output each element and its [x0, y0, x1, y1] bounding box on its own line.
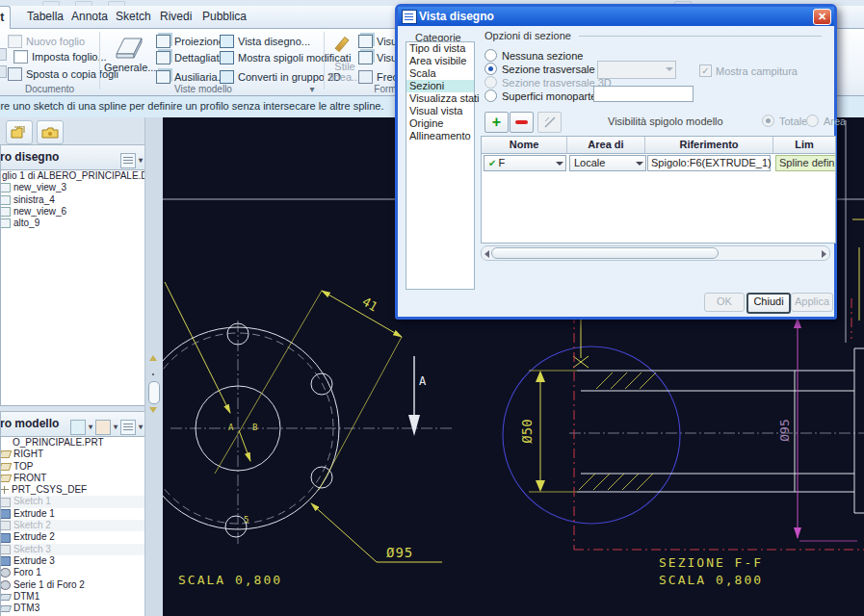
tab-sketch[interactable]: Sketch — [110, 6, 157, 27]
tree-item-csys[interactable]: PRT_CSYS_DEF — [1, 484, 145, 496]
tree-item-plane[interactable]: TOP — [1, 461, 145, 473]
scroll-right-icon[interactable] — [822, 250, 826, 258]
lim-field[interactable]: Spline defin — [775, 155, 836, 171]
section-name-dropdown[interactable]: ✔F — [484, 155, 566, 171]
tree-item-pattern[interactable]: Serie 1 di Foro 2 — [1, 579, 145, 591]
tree-item-view[interactable]: alto_9 — [1, 218, 145, 229]
category-area-visibile[interactable]: Area visibile — [406, 55, 474, 67]
radio-area[interactable]: Area — [806, 115, 846, 127]
ok-button[interactable]: OK — [704, 293, 745, 312]
model-display-icon[interactable] — [70, 420, 86, 435]
category-scala[interactable]: Scala — [406, 67, 474, 80]
radio-superfici-monoparte[interactable]: Superfici monoparte — [484, 90, 596, 102]
table-hscrollbar[interactable] — [481, 245, 830, 261]
tree-item-datum[interactable]: DTM3 — [1, 603, 145, 614]
tree-item-hole[interactable]: Foro 1 — [1, 567, 145, 578]
radio-icon[interactable] — [806, 115, 819, 127]
tree-item-view[interactable]: new_view_3 — [1, 182, 145, 193]
radio-icon[interactable] — [484, 49, 497, 62]
folder-browser-tab[interactable] — [6, 120, 33, 144]
applica-button[interactable]: Applica — [791, 293, 833, 312]
section-options-label: Opzioni di sezione — [484, 30, 571, 41]
nuovo-foglio-button[interactable]: Nuovo foglio — [8, 34, 85, 48]
chevron-down-icon[interactable]: ▾ — [139, 149, 143, 171]
hatch-button[interactable] — [537, 112, 562, 133]
radio-icon[interactable] — [762, 115, 774, 127]
tree-item-part[interactable]: O_PRINCIPALE.PRT — [1, 437, 145, 449]
category-visualizza-stati[interactable]: Visualizza stati — [406, 92, 474, 105]
scrollbar-thumb[interactable] — [491, 247, 719, 259]
scala-left-label: SCALA 0,800 — [178, 573, 282, 587]
tree-item-plane[interactable]: RIGHT — [1, 449, 145, 460]
category-origine[interactable]: Origine — [406, 117, 474, 130]
chiudi-button[interactable]: Chiudi — [746, 293, 791, 314]
tree-columns-icon[interactable] — [120, 420, 136, 435]
tree-item-extrude[interactable]: Extrude 2 — [1, 531, 145, 543]
dialog-titlebar[interactable]: Vista disegno ✕ — [398, 7, 834, 26]
auxiliary-view-icon — [156, 70, 170, 84]
category-sezioni[interactable]: Sezioni — [406, 80, 474, 92]
tab-layout[interactable]: ut — [0, 6, 11, 30]
tree-filter-icon[interactable] — [95, 420, 111, 435]
chevron-down-icon[interactable]: ▾ — [139, 416, 143, 438]
col-header-area[interactable]: Area di sezione — [567, 137, 645, 154]
sposta-copia-fogli-button[interactable]: Sposta o copia fogli — [8, 66, 118, 81]
tree-item-sketch[interactable]: Sketch 3 — [1, 544, 145, 555]
tree-item-sheet[interactable]: glio 1 di ALBERO_PRINCIPALE.DRW — [1, 170, 145, 182]
tree-item-view[interactable]: sinistra_4 — [1, 194, 145, 206]
category-tipo-di-vista[interactable]: Tipo di vista — [406, 42, 474, 55]
chevron-down-icon[interactable]: ▾ — [89, 416, 92, 438]
radio-sezione-2d[interactable]: Sezione trasversale 2D — [484, 63, 612, 75]
tree-item-plane[interactable]: FRONT — [1, 473, 145, 484]
category-allineamento[interactable]: Allineamento — [406, 130, 474, 142]
tree-item-extrude[interactable]: Extrude 3 — [1, 555, 145, 567]
radio-sezione-3d[interactable]: Sezione trasversale 3D — [484, 76, 612, 89]
pencil-icon — [335, 37, 350, 52]
generale-button[interactable]: Generale... — [104, 33, 154, 83]
radio-icon[interactable] — [484, 63, 497, 75]
tree-item-datum[interactable]: DTM1 — [1, 591, 145, 603]
add-section-button[interactable]: + — [484, 112, 509, 133]
hatch-icon — [543, 116, 557, 128]
tab-pubblica[interactable]: Pubblica — [196, 6, 252, 27]
radio-nessuna-sezione[interactable]: Nessuna sezione — [484, 49, 583, 62]
riferimento-field[interactable]: Spigolo:F6(EXTRUDE_1) — [647, 155, 771, 171]
superfici-input[interactable] — [593, 86, 694, 102]
radio-totale[interactable]: Totale — [762, 115, 807, 127]
section-name-combo[interactable] — [597, 61, 676, 79]
chevron-down-icon[interactable]: ▾ — [114, 416, 118, 438]
tab-rivedi[interactable]: Rivedi — [154, 6, 197, 27]
area-dropdown[interactable]: Locale — [569, 155, 646, 171]
splitter-arrow-icon[interactable] — [149, 407, 157, 413]
ausiliaria-button[interactable]: Ausiliaria... — [156, 69, 226, 84]
vista-disegno-button[interactable]: Vista disegno... — [220, 34, 310, 48]
col-header-nome[interactable]: Nome — [482, 137, 567, 154]
panel-splitter[interactable] — [144, 117, 163, 616]
splitter-handle[interactable] — [148, 381, 160, 404]
extrude-icon — [0, 509, 11, 519]
page-setup-icon — [13, 50, 28, 64]
radio-icon[interactable] — [484, 76, 497, 89]
model-tree-header: ro modello ▾ ▾ ▾ — [0, 411, 146, 438]
tree-settings-icon[interactable] — [120, 153, 136, 168]
splitter-arrow-icon[interactable] — [149, 355, 157, 361]
mostra-campitura-checkbox[interactable]: ✓ — [699, 64, 712, 77]
arrows-icon — [358, 70, 373, 84]
group-dropdown-arrow[interactable]: ▾ — [306, 84, 318, 94]
stile-linea-button[interactable] — [331, 37, 356, 58]
tab-tabella[interactable]: Tabella — [21, 6, 69, 27]
tree-item-view[interactable]: new_view_6 — [1, 206, 145, 218]
category-visual-vista[interactable]: Visual vista — [406, 105, 474, 117]
favorites-folder-tab[interactable] — [37, 120, 64, 144]
scroll-left-icon[interactable] — [484, 250, 489, 258]
tab-annota[interactable]: Annota — [65, 6, 114, 27]
imposta-foglio-button[interactable]: Imposta foglio... — [13, 49, 107, 64]
tree-item-sketch[interactable]: Sketch 2 — [1, 520, 145, 531]
tree-item-sketch[interactable]: Sketch 1 — [1, 496, 145, 507]
col-header-riferimento[interactable]: Riferimento — [645, 137, 773, 154]
close-icon[interactable]: ✕ — [813, 9, 831, 25]
radio-icon[interactable] — [484, 90, 497, 102]
remove-section-button[interactable] — [510, 112, 534, 133]
tree-item-extrude[interactable]: Extrude 1 — [1, 508, 145, 520]
col-header-lim[interactable]: Lim — [773, 137, 835, 154]
